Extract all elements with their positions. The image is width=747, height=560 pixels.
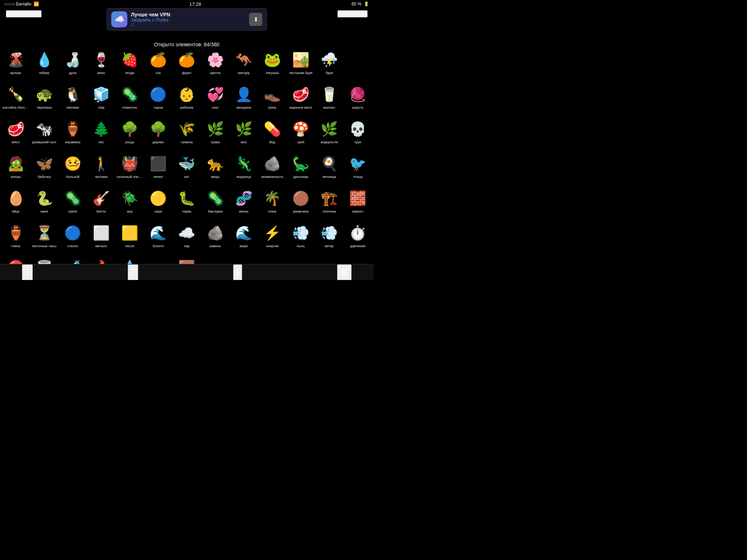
grid-item[interactable]: 👹сезонный элемент bbox=[116, 145, 144, 180]
item-label: семена bbox=[181, 140, 193, 144]
item-label: дерево bbox=[152, 140, 164, 144]
ad-download-button[interactable]: ⬇ bbox=[249, 13, 262, 26]
grid-item[interactable]: 🪨камень bbox=[201, 215, 229, 249]
grid-item[interactable]: 🐸лягушка bbox=[258, 42, 286, 76]
grid-item[interactable]: 🌲лес bbox=[87, 111, 115, 145]
grid-item[interactable]: 💀труп bbox=[344, 111, 372, 145]
grid-item[interactable]: 🟤ржавчина bbox=[287, 180, 315, 215]
grid-item[interactable]: 👞грязь bbox=[258, 76, 286, 111]
grid-item[interactable] bbox=[344, 42, 372, 76]
grid-item[interactable]: 🧊лёд bbox=[87, 76, 115, 111]
item-icon: ⏱️ bbox=[348, 223, 368, 243]
grid-item[interactable]: 🥃водка bbox=[30, 249, 58, 264]
grid-item[interactable]: 🌳роща bbox=[116, 111, 144, 145]
grid-item[interactable]: 🥚яйцо bbox=[1, 180, 30, 215]
grid-item[interactable]: 🏜️песчаная буря bbox=[287, 42, 315, 76]
grid-item[interactable]: 🦘кенгуру bbox=[229, 42, 258, 76]
grid-item[interactable]: 🍓ягода bbox=[116, 42, 144, 76]
item-label: вино bbox=[97, 71, 105, 75]
item-icon: 🌾 bbox=[177, 119, 197, 139]
grid-item[interactable]: 🔥огонь bbox=[87, 249, 115, 264]
grid-item[interactable]: 🌊болото bbox=[144, 215, 173, 249]
grid-item[interactable]: 🌳дерево bbox=[144, 111, 173, 145]
grid-item[interactable]: 👶ребенок bbox=[173, 76, 201, 111]
grid-item[interactable]: 💧вода bbox=[116, 249, 144, 264]
grid-item[interactable]: 🦠грипп bbox=[58, 180, 87, 215]
grid-item[interactable]: 🌿водоросли bbox=[315, 111, 344, 145]
add-button[interactable]: + bbox=[22, 264, 33, 280]
grid-item[interactable]: 🐄домашний скот bbox=[30, 111, 58, 145]
grid-item[interactable]: 🌿трава bbox=[201, 111, 229, 145]
grid-item[interactable]: 🧟алкаш bbox=[1, 145, 30, 180]
grid-item[interactable]: ⛈️буря bbox=[315, 42, 344, 76]
grid-item[interactable]: 🌾семена bbox=[173, 111, 201, 145]
grid-item[interactable]: 🔵стекло bbox=[58, 215, 87, 249]
grid-item[interactable]: 👤женщина bbox=[229, 76, 258, 111]
grid-item[interactable]: 🏗️плотина bbox=[315, 180, 344, 215]
item-label: песок bbox=[125, 244, 134, 248]
grid-item[interactable]: 🧶шерсть bbox=[344, 76, 372, 111]
grid-item[interactable]: 🌴пляж bbox=[258, 180, 286, 215]
grid-item[interactable]: ⏱️давление bbox=[344, 215, 372, 249]
grid-item[interactable]: 💧гейзер bbox=[30, 42, 58, 76]
grid-item[interactable]: 🐛червь bbox=[173, 180, 201, 215]
grid-item[interactable]: 🐧пингвин bbox=[58, 76, 87, 111]
grid-item[interactable]: 🐦птица bbox=[344, 145, 372, 180]
grid-item[interactable]: 🍄гриб bbox=[287, 111, 315, 145]
grid-item[interactable]: 🐢черепаха bbox=[30, 76, 58, 111]
item-label: глина bbox=[11, 244, 20, 248]
grid-item[interactable]: 🔴лава bbox=[1, 249, 30, 264]
grid-item[interactable]: 🐳кит bbox=[173, 145, 201, 180]
grid-item[interactable]: 🦠бактерии bbox=[201, 180, 229, 215]
grid-item[interactable]: 🟨песок bbox=[116, 215, 144, 249]
premium-button[interactable]: Get a Premium bbox=[6, 10, 42, 18]
grid-item[interactable]: 💨ветер bbox=[315, 215, 344, 249]
grid-item[interactable]: 🦠планктон bbox=[116, 76, 144, 111]
grid-item[interactable]: 🦋бабочка bbox=[30, 145, 58, 180]
grid-item[interactable]: 🪨окаменелость bbox=[258, 145, 286, 180]
grid-item[interactable]: 🎸Битлз bbox=[87, 180, 115, 215]
item-icon: 🚶 bbox=[91, 153, 112, 174]
grid-item[interactable]: 🤒больной bbox=[58, 145, 87, 180]
grid-item[interactable]: 🔵сауна bbox=[144, 76, 173, 111]
grid-item[interactable]: 🦕динозавр bbox=[287, 145, 315, 180]
grid-item[interactable]: 🏺глина bbox=[1, 215, 30, 249]
remove-ads-button[interactable]: Remove ads bbox=[337, 10, 368, 18]
grid-item[interactable]: 🐆зверь bbox=[201, 145, 229, 180]
grid-item[interactable]: ⏳песочные часы bbox=[30, 215, 58, 249]
grid-item[interactable]: 🌊море bbox=[229, 215, 258, 249]
grid-item[interactable]: 💨пыль bbox=[287, 215, 315, 249]
grid-item[interactable]: 🌋вулкан bbox=[1, 42, 30, 76]
grid-item[interactable]: 〰️воздух bbox=[144, 249, 173, 264]
help-button[interactable]: ? bbox=[128, 264, 138, 280]
grid-item[interactable]: 🏺керамика bbox=[58, 111, 87, 145]
grid-item[interactable]: 🌿мох bbox=[229, 111, 258, 145]
grid-item[interactable]: ⬜металл bbox=[87, 215, 115, 249]
grid-item[interactable]: 🍶духи bbox=[58, 42, 87, 76]
grid-item[interactable]: 🧪спирт bbox=[58, 249, 87, 264]
item-label: трава bbox=[211, 140, 220, 144]
grid-item[interactable]: 🟡сера bbox=[144, 180, 173, 215]
info-button[interactable]: ℹ bbox=[233, 264, 242, 280]
grid-item[interactable]: 🥩мясо bbox=[1, 111, 30, 145]
grid-item[interactable]: 💊йод bbox=[258, 111, 286, 145]
item-icon: 🐄 bbox=[34, 119, 54, 139]
grid-item[interactable]: 🍾коктейль Молотова bbox=[1, 76, 30, 111]
grid-item[interactable]: ⬛пепел bbox=[144, 145, 173, 180]
grid-item[interactable]: 🐍змея bbox=[30, 180, 58, 215]
grid-item[interactable]: ⚡энергия bbox=[258, 215, 286, 249]
grid-item[interactable]: 🪲жук bbox=[116, 180, 144, 215]
grid-item[interactable]: 🚶человек bbox=[87, 145, 115, 180]
grid-item[interactable]: 🧬жизнь bbox=[229, 180, 258, 215]
delete-button[interactable]: 🗑 bbox=[337, 264, 352, 280]
grid-item[interactable]: ☁️пар bbox=[173, 215, 201, 249]
grid-item[interactable]: 🥩жареное мясо bbox=[287, 76, 315, 111]
grid-item[interactable]: 🥛молоко bbox=[315, 76, 344, 111]
grid-item[interactable]: 🦎ящерица bbox=[229, 145, 258, 180]
grid-item[interactable]: 🍷вино bbox=[87, 42, 115, 76]
grid-item[interactable]: 💞секс bbox=[201, 76, 229, 111]
grid-item[interactable]: 🧱кирпич bbox=[344, 180, 372, 215]
grid-item[interactable]: 🍳яичница bbox=[315, 145, 344, 180]
grid-item[interactable]: 🟫земля bbox=[173, 249, 201, 264]
ad-banner[interactable]: ☁️ Лучше чем VPN Загрузить с iTunes ⓘ ⬇ bbox=[107, 8, 267, 31]
